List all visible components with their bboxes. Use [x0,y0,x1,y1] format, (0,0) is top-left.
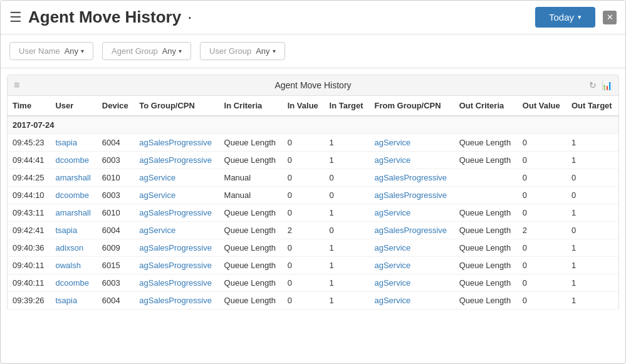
table-container: ≡ Agent Move History ↻ 📊 Time User Devic… [1,75,625,316]
agent-group-filter[interactable]: Agent Group Any ▾ [102,42,191,60]
from_group-link[interactable]: agService [374,296,410,305]
col-out-target: Out Target [566,96,619,116]
agent-group-filter-value: Any [160,46,176,56]
table-row: 09:43:11amarshall6010agSalesProgressiveQ… [8,204,619,222]
table-header-row: Time User Device To Group/CPN In Criteri… [8,96,619,116]
table-row: 09:45:23tsapia6004agSalesProgressiveQueu… [8,134,619,152]
today-caret: ▾ [578,13,582,21]
to_group-link[interactable]: agSalesProgressive [139,138,212,147]
hamburger-icon[interactable]: ≡ [14,80,19,91]
user-group-filter-label: User Group [209,46,251,56]
title-left: ☰ Agent Move History · [9,8,192,27]
to_group-link[interactable]: agService [139,173,175,182]
user-link[interactable]: amarshall [55,208,90,217]
col-to-group: To Group/CPN [134,96,219,116]
from_group-link[interactable]: agService [374,278,410,288]
to_group-link[interactable]: agSalesProgressive [139,278,212,288]
to_group-link[interactable]: agService [139,190,175,200]
col-device: Device [97,96,135,116]
table-header-actions: ↻ 📊 [589,80,612,90]
table-row: 09:44:25amarshall6010agServiceManual00ag… [8,169,619,187]
user-link[interactable]: dcoombe [55,190,88,200]
user-link[interactable]: dcoombe [55,155,88,165]
from_group-link[interactable]: agService [374,208,410,217]
agent-group-filter-label: Agent Group [112,46,158,56]
user-link[interactable]: dcoombe [55,278,88,288]
col-in-criteria: In Criteria [219,96,283,116]
table-row: 09:40:11dcoombe6003agSalesProgressiveQue… [8,274,619,292]
table-row: 09:44:41dcoombe6003agSalesProgressiveQue… [8,152,619,169]
from_group-link[interactable]: agService [374,261,410,270]
close-button[interactable]: ✕ [603,11,617,24]
data-table: Time User Device To Group/CPN In Criteri… [7,96,619,309]
to_group-link[interactable]: agSalesProgressive [139,243,212,252]
user-link[interactable]: tsapia [55,138,77,147]
user-link[interactable]: amarshall [55,173,90,182]
from_group-link[interactable]: agService [374,138,410,147]
user-link[interactable]: adixson [55,243,83,252]
user-name-caret: ▾ [81,48,84,55]
to_group-link[interactable]: agService [139,226,175,235]
from_group-link[interactable]: agService [374,155,410,165]
close-icon: ✕ [607,13,613,22]
from_group-link[interactable]: agService [374,243,410,252]
col-out-value: Out Value [518,96,566,116]
to_group-link[interactable]: agSalesProgressive [139,296,212,305]
title-bar: ☰ Agent Move History · Today ▾ ✕ [1,1,625,34]
list-icon: ☰ [9,9,22,26]
main-window: ☰ Agent Move History · Today ▾ ✕ User Na… [0,0,626,364]
col-user: User [50,96,97,116]
col-in-value: In Value [283,96,325,116]
table-row: 09:44:10dcoombe6003agServiceManual00agSa… [8,187,619,204]
col-out-criteria: Out Criteria [454,96,518,116]
col-in-target: In Target [325,96,370,116]
table-header-title: Agent Move History [274,80,351,90]
date-group-row: 2017-07-24 [8,116,619,134]
refresh-icon[interactable]: ↻ [589,80,597,90]
table-row: 09:39:26tsapia6004agSalesProgressiveQueu… [8,292,619,309]
from_group-link[interactable]: agSalesProgressive [374,226,447,235]
from_group-link[interactable]: agSalesProgressive [374,173,447,182]
filters-bar: User Name Any ▾ Agent Group Any ▾ User G… [1,34,625,68]
to_group-link[interactable]: agSalesProgressive [139,261,212,270]
table-row: 09:40:36adixson6009agSalesProgressiveQue… [8,239,619,257]
user-group-caret: ▾ [273,48,276,55]
title-separator: · [187,8,192,27]
table-header-bar: ≡ Agent Move History ↻ 📊 [7,75,619,96]
user-name-filter-value: Any [63,46,78,56]
user-name-filter-label: User Name [19,46,60,56]
from_group-link[interactable]: agSalesProgressive [374,190,447,200]
user-link[interactable]: tsapia [55,296,77,305]
user-group-filter[interactable]: User Group Any ▾ [200,42,285,60]
page-title: Agent Move History [28,8,181,27]
to_group-link[interactable]: agSalesProgressive [139,155,212,165]
col-time: Time [8,96,51,116]
table-row: 09:42:41tsapia6004agServiceQueue Length2… [8,222,619,239]
user-name-filter[interactable]: User Name Any ▾ [9,42,93,60]
chart-icon[interactable]: 📊 [602,80,612,90]
today-button[interactable]: Today ▾ [535,7,595,28]
col-from-group: From Group/CPN [369,96,454,116]
to_group-link[interactable]: agSalesProgressive [139,208,212,217]
table-row: 09:40:11owalsh6015agSalesProgressiveQueu… [8,257,619,274]
user-group-filter-value: Any [254,46,269,56]
today-label: Today [549,12,574,23]
user-link[interactable]: tsapia [55,226,77,235]
agent-group-caret: ▾ [179,48,182,55]
user-link[interactable]: owalsh [55,261,80,270]
